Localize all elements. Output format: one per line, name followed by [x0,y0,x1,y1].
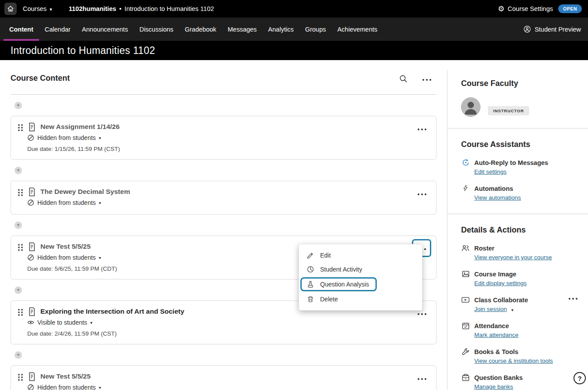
chevron-down-icon [99,253,101,262]
visibility-label: Hidden from students [37,253,96,262]
menu-item-delete[interactable]: Delete [299,292,422,306]
tab-messages[interactable]: Messages [222,18,263,41]
sidebar-item-auto-reply: Auto-Reply to Messages Edit settings [461,158,577,176]
add-content-button[interactable] [14,351,22,359]
instructor-avatar[interactable] [461,97,480,117]
visibility-selector[interactable]: Hidden from students [27,383,429,390]
sidebar-item-title: Class Collaborate [474,296,528,304]
student-preview-button[interactable]: Student Preview [523,18,581,41]
hidden-icon [27,134,34,141]
sidebar-item-title: Roster [474,244,552,253]
menu-item-label: Edit [320,252,331,259]
visibility-selector[interactable]: Hidden from students [27,133,429,143]
menu-item-edit[interactable]: Edit [299,248,422,262]
books-tools-icon [461,348,470,365]
drag-handle-icon[interactable] [18,189,23,196]
open-badge[interactable]: OPEN [558,4,582,13]
menu-item-student-activity[interactable]: Student Activity [299,262,422,276]
pencil-icon [307,252,314,259]
tab-achievements[interactable]: Achievements [332,18,383,41]
sidebar-item-attendance: Attendance Mark attendance [461,322,577,340]
edit-display-settings-link[interactable]: Edit display settings [474,280,527,286]
chevron-down-icon [90,318,92,327]
collaborate-icon [461,296,470,314]
chevron-down-icon [99,133,101,143]
mark-attendance-link[interactable]: Mark attendance [474,332,519,338]
tab-gradebook[interactable]: Gradebook [179,18,222,41]
item-menu-button[interactable] [416,188,428,198]
sidebar-divider [447,214,588,214]
content-item-title[interactable]: New Test 5/5/25 [40,242,90,251]
tab-announcements[interactable]: Announcements [76,18,134,41]
chevron-down-icon [99,383,101,390]
add-content-button[interactable] [14,167,22,174]
trash-icon [307,296,314,303]
view-automations-link[interactable]: View automations [474,194,521,201]
drag-handle-icon[interactable] [18,244,23,251]
visibility-label: Hidden from students [37,198,96,207]
content-card-new-assignment: New Assignment 1/14/26 Hidden from stude… [11,116,436,160]
add-content-button[interactable] [14,222,22,229]
sidebar-divider [447,128,588,129]
roster-link[interactable]: View everyone in your course [474,254,552,261]
sidebar-item-title: Auto-Reply to Messages [474,158,548,167]
content-options-button[interactable] [421,74,433,84]
instructor-badge: INSTRUCTOR [488,106,529,115]
content-item-title[interactable]: New Assignment 1/14/26 [40,122,119,132]
item-context-menu: Edit Student Activity Question Analysis … [299,244,422,311]
tab-content[interactable]: Content [4,18,39,41]
help-button[interactable]: ? [574,372,586,384]
document-icon [27,242,36,251]
join-session-link[interactable]: Join session [474,304,507,314]
eye-icon [27,319,34,326]
menu-item-label: Question Analysis [320,281,369,288]
sidebar-item-class-collaborate: Class Collaborate Join session [461,296,577,314]
item-menu-button[interactable] [416,123,428,133]
document-icon [27,187,36,197]
tab-groups[interactable]: Groups [299,18,332,41]
manage-banks-link[interactable]: Manage banks [474,383,513,390]
visibility-label: Hidden from students [37,133,96,142]
visibility-selector[interactable]: Visible to students [27,318,429,327]
drag-handle-icon[interactable] [18,309,23,316]
content-item-title[interactable]: New Test 5/5/25 [40,372,90,381]
chevron-down-icon[interactable] [511,305,513,313]
breadcrumb-course-id: 1102humanities [69,5,116,12]
visibility-selector[interactable]: Hidden from students [27,198,429,208]
activity-icon [307,266,314,273]
tab-discussions[interactable]: Discussions [133,18,179,41]
search-button[interactable] [397,73,409,85]
item-menu-button[interactable] [416,373,428,383]
course-settings-button[interactable]: Course Settings [498,5,553,13]
content-item-title[interactable]: Exploring the Intersection of Art and So… [40,307,184,316]
course-settings-label: Course Settings [508,5,553,12]
breadcrumb-course-name: Introduction to Humanities 1102 [125,5,214,12]
course-header: Introduction to Humanities 1102 [0,41,588,60]
tab-analytics[interactable]: Analytics [263,18,299,41]
courses-label: Courses [23,5,47,12]
question-mark-icon: ? [577,375,581,382]
content-card-dewey-decimal: The Dewey Decimal System Hidden from stu… [11,181,436,215]
sidebar-item-title: Automations [474,184,521,193]
course-image-icon [461,270,470,288]
ellipsis-icon [418,313,426,315]
hidden-icon [27,384,34,390]
course-assistants-heading: Course Assistants [461,139,577,150]
collaborate-options-button[interactable] [569,298,577,300]
add-content-button[interactable] [14,102,22,109]
visibility-label: Visible to students [37,318,87,327]
ellipsis-icon [418,378,426,380]
page-title: Introduction to Humanities 1102 [11,45,155,57]
home-button[interactable] [4,3,17,15]
breadcrumb-separator: • [119,5,122,12]
menu-item-question-analysis[interactable]: Question Analysis [299,276,422,292]
drag-handle-icon[interactable] [18,374,23,381]
add-content-button[interactable] [14,286,22,294]
tab-calendar[interactable]: Calendar [39,18,76,41]
view-course-institution-tools-link[interactable]: View course & institution tools [474,358,553,364]
courses-dropdown[interactable]: Courses [23,5,52,12]
drag-handle-icon[interactable] [18,124,23,131]
edit-settings-link[interactable]: Edit settings [474,168,507,175]
sidebar-item-course-image: Course Image Edit display settings [461,270,577,288]
content-item-title[interactable]: The Dewey Decimal System [40,187,130,197]
